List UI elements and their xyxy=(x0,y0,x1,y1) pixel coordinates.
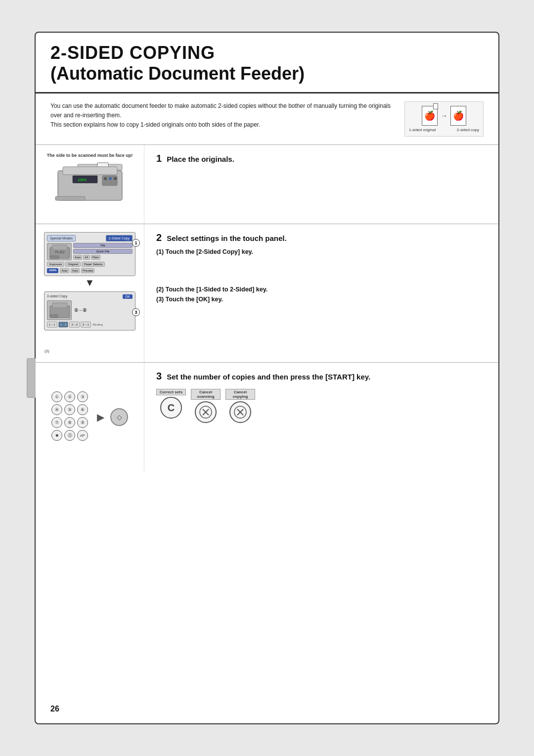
diagram-arrow: → xyxy=(441,112,447,120)
svg-text:PLAI2: PLAI2 xyxy=(55,250,64,254)
correct-sets-label: Correct sets xyxy=(156,389,186,395)
svg-rect-16 xyxy=(50,256,59,259)
key-star[interactable]: ✱ xyxy=(51,430,62,441)
page-number: 26 xyxy=(50,705,59,713)
page-header: 2-SIDED COPYING (Automatic Document Feed… xyxy=(36,33,498,94)
key-7[interactable]: ⑦ xyxy=(51,417,62,428)
cancel-copying-button[interactable] xyxy=(229,401,251,423)
key-6[interactable]: ⑥ xyxy=(77,404,88,415)
face-up-label: The side to be scanned must be face up! xyxy=(47,153,133,158)
down-arrow: ▼ xyxy=(85,277,95,288)
p2-printer-icon xyxy=(47,300,72,320)
printer-svg: 100% xyxy=(48,162,132,206)
action-buttons: Correct sets C Cancel scanning xyxy=(156,389,487,423)
cancel-scanning-group: Cancel scanning xyxy=(191,389,221,423)
intro-diagram: 🍎 → 🍎 1-sided original 2-sided copy xyxy=(404,101,484,137)
right-arrow: ▶ xyxy=(97,411,104,423)
diagram-label-left: 1-sided original xyxy=(409,128,436,132)
cancel-copying-group: Cancel copying xyxy=(225,389,255,423)
sides-display: ①→② xyxy=(74,308,87,313)
step2-sub3: (3) Touch the [OK] key. xyxy=(156,296,487,303)
label-2-bottom: (2) xyxy=(44,349,49,353)
step2-sub2: (2) Touch the [1-Sided to 2-Sided] key. xyxy=(156,286,487,293)
circle-num-3: 3 xyxy=(132,308,140,316)
svg-rect-7 xyxy=(55,196,85,200)
svg-point-11 xyxy=(114,177,117,180)
cancel-scanning-button[interactable] xyxy=(195,401,217,423)
key-3[interactable]: ③ xyxy=(77,391,88,402)
step1-content: 1 Place the originals. xyxy=(144,145,498,224)
diagram-labels: 1-sided original 2-sided copy xyxy=(409,128,479,132)
svg-point-10 xyxy=(109,177,112,180)
step2-row: Special Modes 2-Sided Copy PLAI2 xyxy=(36,224,498,363)
exposure-btn[interactable]: Exposure xyxy=(47,262,64,267)
intro-text: You can use the automatic document feede… xyxy=(50,101,395,130)
step1-title: Place the originals. xyxy=(167,155,234,163)
correct-sets-group: Correct sets C xyxy=(156,389,186,423)
paper-selects-btn[interactable]: Paper Selects xyxy=(82,262,105,267)
correct-sets-button[interactable]: C xyxy=(160,397,182,419)
touch-panel-1: Special Modes 2-Sided Copy PLAI2 xyxy=(44,232,135,276)
key-2[interactable]: ② xyxy=(64,391,75,402)
special-modes-btn[interactable]: Special Modes xyxy=(47,235,76,241)
key-1[interactable]: ① xyxy=(51,391,62,402)
title-line2: (Automatic Document Feeder) xyxy=(50,63,484,84)
svg-rect-15 xyxy=(52,245,67,250)
svg-rect-20 xyxy=(50,315,58,318)
key-9[interactable]: ⑨ xyxy=(77,417,88,428)
circle-num-1: 1 xyxy=(132,239,140,247)
step2-sub1: (1) Touch the [2-Sided Copy] key. xyxy=(156,248,487,255)
step3-content: 3 Set the number of copies and then pres… xyxy=(144,363,498,472)
2to1-btn[interactable]: 2→1 xyxy=(81,322,91,328)
svg-rect-8 xyxy=(102,176,117,186)
steps-container: The side to be scanned must be face up! xyxy=(36,145,498,472)
1to1-btn[interactable]: 1→1 xyxy=(47,322,57,328)
sided-copy-btn[interactable]: 2-Sided Copy xyxy=(106,235,133,241)
step2-title: Select settings in the touch panel. xyxy=(167,234,287,242)
touch-panel-2: 2-sided Copy OK ①→② xyxy=(44,291,135,331)
diagram-label-right: 2-sided copy xyxy=(457,128,479,132)
cancel-copying-label: Cancel copying xyxy=(225,389,255,400)
2sided-copy-label: 2-sided Copy xyxy=(47,294,67,299)
cancel-scanning-label: Cancel scanning xyxy=(191,389,221,400)
2to2-btn[interactable]: 2→2 xyxy=(69,322,80,328)
svg-text:100%: 100% xyxy=(78,178,87,182)
ok-btn[interactable]: OK xyxy=(123,294,133,299)
step1-row: The side to be scanned must be face up! xyxy=(36,145,498,224)
svg-rect-19 xyxy=(52,303,67,308)
keypad-container: ① ② ③ ④ ⑤ ⑥ ⑦ ⑧ ⑨ xyxy=(51,391,128,443)
svg-point-9 xyxy=(104,177,107,180)
tp-printer-icon: PLAI2 xyxy=(47,243,72,260)
page-container: 2-SIDED COPYING (Automatic Document Feed… xyxy=(35,32,499,724)
key-0[interactable]: ⓪ xyxy=(64,430,75,441)
1to2-btn[interactable]: 1→2 xyxy=(58,322,69,328)
intro-section: You can use the automatic document feede… xyxy=(36,94,498,145)
step3-title: Set the number of copies and then press … xyxy=(167,373,370,381)
start-button[interactable]: ◇ xyxy=(110,408,128,426)
title-line1: 2-SIDED COPYING xyxy=(50,43,484,63)
step3-illustration: ① ② ③ ④ ⑤ ⑥ ⑦ ⑧ ⑨ xyxy=(36,363,144,472)
step1-number: 1 xyxy=(156,153,162,164)
file-btn[interactable]: File xyxy=(73,243,133,248)
sidebar-tab xyxy=(27,358,36,398)
step2-illustration: Special Modes 2-Sided Copy PLAI2 xyxy=(36,224,144,362)
svg-rect-6 xyxy=(63,167,117,175)
original-btn[interactable]: Original xyxy=(65,262,81,267)
step2-number: 2 xyxy=(156,232,162,243)
step2-content: 2 Select settings in the touch panel. (1… xyxy=(144,224,498,362)
key-sharp[interactable]: #P xyxy=(77,430,88,441)
step1-illustration: The side to be scanned must be face up! xyxy=(36,145,144,224)
key-4[interactable]: ④ xyxy=(51,404,62,415)
key-8[interactable]: ⑧ xyxy=(64,417,75,428)
quickfile-btn[interactable]: Quick File xyxy=(73,249,133,254)
keypad: ① ② ③ ④ ⑤ ⑥ ⑦ ⑧ ⑨ xyxy=(51,391,91,443)
key-5[interactable]: ⑤ xyxy=(64,404,75,415)
step3-row: ① ② ③ ④ ⑤ ⑥ ⑦ ⑧ ⑨ xyxy=(36,363,498,472)
step3-number: 3 xyxy=(156,371,162,382)
